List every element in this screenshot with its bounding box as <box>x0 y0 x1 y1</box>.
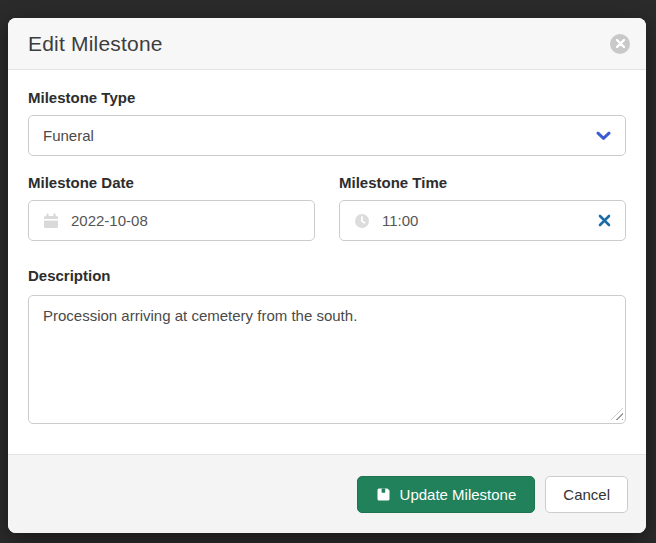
modal-body: Milestone Type Funeral Milestone Date <box>8 70 646 454</box>
cancel-button[interactable]: Cancel <box>545 476 628 513</box>
milestone-type-label: Milestone Type <box>28 89 626 106</box>
update-milestone-button[interactable]: Update Milestone <box>357 476 536 513</box>
clock-icon <box>354 213 370 229</box>
milestone-type-select-wrap: Funeral <box>28 115 626 156</box>
cancel-label: Cancel <box>563 486 610 503</box>
modal-header: Edit Milestone <box>8 18 646 70</box>
modal-footer: Update Milestone Cancel <box>8 454 646 533</box>
clear-x-icon <box>598 214 611 227</box>
milestone-time-field[interactable] <box>339 200 626 241</box>
milestone-time-input[interactable] <box>382 212 586 229</box>
save-icon <box>376 487 391 502</box>
milestone-date-input[interactable] <box>71 212 300 229</box>
modal-backdrop: Edit Milestone Milestone Type Funeral Mi… <box>0 0 656 543</box>
description-textarea-wrap: Procession arriving at cemetery from the… <box>28 295 626 424</box>
update-milestone-label: Update Milestone <box>400 486 517 503</box>
description-textarea[interactable]: Procession arriving at cemetery from the… <box>28 295 626 424</box>
modal-title: Edit Milestone <box>28 32 163 56</box>
close-button[interactable] <box>610 34 630 54</box>
date-time-row: Milestone Date <box>28 174 626 241</box>
milestone-time-label: Milestone Time <box>339 174 626 191</box>
milestone-type-select[interactable]: Funeral <box>28 115 626 156</box>
milestone-time-group: Milestone Time <box>339 174 626 241</box>
milestone-date-label: Milestone Date <box>28 174 315 191</box>
milestone-date-group: Milestone Date <box>28 174 315 241</box>
calendar-icon <box>43 213 59 229</box>
close-icon <box>616 39 625 48</box>
edit-milestone-modal: Edit Milestone Milestone Type Funeral Mi… <box>8 18 646 533</box>
description-group: Description Procession arriving at cemet… <box>28 267 626 424</box>
milestone-date-field[interactable] <box>28 200 315 241</box>
clear-time-button[interactable] <box>598 214 611 227</box>
description-label: Description <box>28 267 626 284</box>
